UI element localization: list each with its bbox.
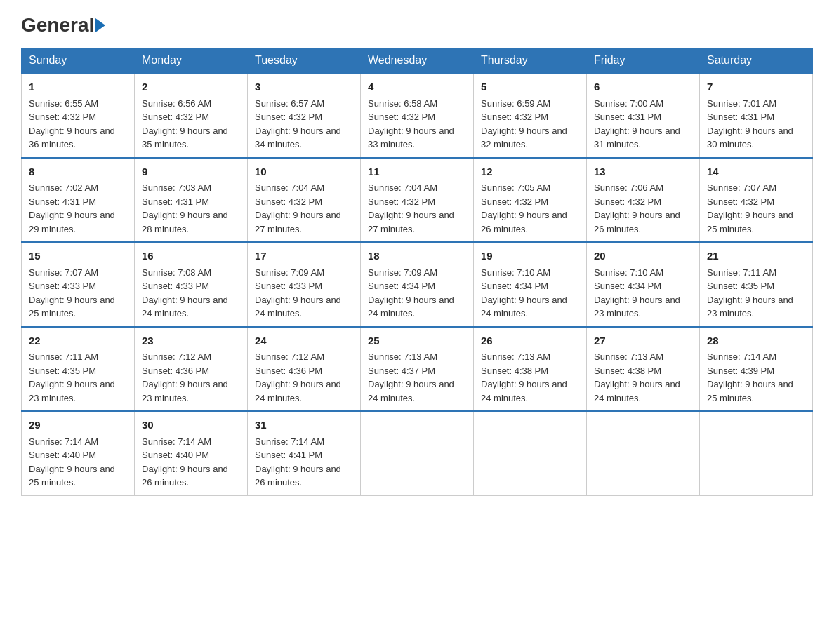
day-info: Sunrise: 6:57 AMSunset: 4:32 PMDaylight:… xyxy=(255,98,341,150)
day-number: 11 xyxy=(368,164,466,180)
day-number: 25 xyxy=(368,333,466,349)
calendar-header-sunday: Sunday xyxy=(22,48,135,74)
day-number: 10 xyxy=(255,164,353,180)
calendar-cell: 14 Sunrise: 7:07 AMSunset: 4:32 PMDaylig… xyxy=(700,158,813,243)
calendar-cell: 6 Sunrise: 7:00 AMSunset: 4:31 PMDayligh… xyxy=(587,73,700,158)
day-info: Sunrise: 6:58 AMSunset: 4:32 PMDaylight:… xyxy=(368,98,454,150)
day-info: Sunrise: 7:14 AMSunset: 4:39 PMDaylight:… xyxy=(707,351,793,403)
day-info: Sunrise: 7:04 AMSunset: 4:32 PMDaylight:… xyxy=(368,182,454,234)
day-number: 19 xyxy=(481,248,579,264)
day-number: 21 xyxy=(707,248,805,264)
calendar-cell: 20 Sunrise: 7:10 AMSunset: 4:34 PMDaylig… xyxy=(587,242,700,327)
day-info: Sunrise: 7:14 AMSunset: 4:41 PMDaylight:… xyxy=(255,436,341,488)
day-info: Sunrise: 6:59 AMSunset: 4:32 PMDaylight:… xyxy=(481,98,567,150)
day-info: Sunrise: 7:04 AMSunset: 4:32 PMDaylight:… xyxy=(255,182,341,234)
day-info: Sunrise: 7:09 AMSunset: 4:33 PMDaylight:… xyxy=(255,267,341,319)
day-info: Sunrise: 7:14 AMSunset: 4:40 PMDaylight:… xyxy=(29,436,115,488)
day-info: Sunrise: 7:05 AMSunset: 4:32 PMDaylight:… xyxy=(481,182,567,234)
calendar-cell xyxy=(361,411,474,495)
calendar-week-row: 29 Sunrise: 7:14 AMSunset: 4:40 PMDaylig… xyxy=(22,411,813,495)
calendar-cell: 17 Sunrise: 7:09 AMSunset: 4:33 PMDaylig… xyxy=(248,242,361,327)
calendar-cell: 9 Sunrise: 7:03 AMSunset: 4:31 PMDayligh… xyxy=(135,158,248,243)
day-number: 15 xyxy=(29,248,127,264)
day-info: Sunrise: 7:10 AMSunset: 4:34 PMDaylight:… xyxy=(481,267,567,319)
day-info: Sunrise: 7:07 AMSunset: 4:32 PMDaylight:… xyxy=(707,182,793,234)
calendar-week-row: 15 Sunrise: 7:07 AMSunset: 4:33 PMDaylig… xyxy=(22,242,813,327)
calendar-cell: 8 Sunrise: 7:02 AMSunset: 4:31 PMDayligh… xyxy=(22,158,135,243)
day-number: 9 xyxy=(142,164,240,180)
calendar-cell: 22 Sunrise: 7:11 AMSunset: 4:35 PMDaylig… xyxy=(22,327,135,412)
calendar-week-row: 22 Sunrise: 7:11 AMSunset: 4:35 PMDaylig… xyxy=(22,327,813,412)
day-number: 28 xyxy=(707,333,805,349)
calendar-cell: 29 Sunrise: 7:14 AMSunset: 4:40 PMDaylig… xyxy=(22,411,135,495)
calendar-cell: 13 Sunrise: 7:06 AMSunset: 4:32 PMDaylig… xyxy=(587,158,700,243)
day-info: Sunrise: 7:13 AMSunset: 4:38 PMDaylight:… xyxy=(594,351,680,403)
calendar-cell: 19 Sunrise: 7:10 AMSunset: 4:34 PMDaylig… xyxy=(474,242,587,327)
calendar-cell xyxy=(700,411,813,495)
day-number: 16 xyxy=(142,248,240,264)
calendar-header-wednesday: Wednesday xyxy=(361,48,474,74)
logo-text: General xyxy=(21,14,105,36)
day-number: 30 xyxy=(142,417,240,434)
day-info: Sunrise: 7:14 AMSunset: 4:40 PMDaylight:… xyxy=(142,436,228,488)
logo: General xyxy=(21,14,105,34)
calendar-header-saturday: Saturday xyxy=(700,48,813,74)
day-number: 5 xyxy=(481,79,579,95)
calendar-table: SundayMondayTuesdayWednesdayThursdayFrid… xyxy=(21,48,813,496)
calendar-cell: 10 Sunrise: 7:04 AMSunset: 4:32 PMDaylig… xyxy=(248,158,361,243)
calendar-cell: 23 Sunrise: 7:12 AMSunset: 4:36 PMDaylig… xyxy=(135,327,248,412)
calendar-cell: 30 Sunrise: 7:14 AMSunset: 4:40 PMDaylig… xyxy=(135,411,248,495)
calendar-cell xyxy=(474,411,587,495)
calendar-cell xyxy=(587,411,700,495)
calendar-cell: 21 Sunrise: 7:11 AMSunset: 4:35 PMDaylig… xyxy=(700,242,813,327)
day-number: 6 xyxy=(594,79,692,95)
day-info: Sunrise: 7:12 AMSunset: 4:36 PMDaylight:… xyxy=(255,351,341,403)
day-number: 23 xyxy=(142,333,240,349)
calendar-header-tuesday: Tuesday xyxy=(248,48,361,74)
day-info: Sunrise: 7:07 AMSunset: 4:33 PMDaylight:… xyxy=(29,267,115,319)
day-info: Sunrise: 7:01 AMSunset: 4:31 PMDaylight:… xyxy=(707,98,793,150)
day-number: 18 xyxy=(368,248,466,264)
day-info: Sunrise: 7:03 AMSunset: 4:31 PMDaylight:… xyxy=(142,182,228,234)
day-info: Sunrise: 7:09 AMSunset: 4:34 PMDaylight:… xyxy=(368,267,454,319)
day-info: Sunrise: 7:13 AMSunset: 4:37 PMDaylight:… xyxy=(368,351,454,403)
day-number: 4 xyxy=(368,79,466,95)
calendar-cell: 16 Sunrise: 7:08 AMSunset: 4:33 PMDaylig… xyxy=(135,242,248,327)
day-info: Sunrise: 7:02 AMSunset: 4:31 PMDaylight:… xyxy=(29,182,115,234)
calendar-header-monday: Monday xyxy=(135,48,248,74)
day-number: 14 xyxy=(707,164,805,180)
day-info: Sunrise: 7:06 AMSunset: 4:32 PMDaylight:… xyxy=(594,182,680,234)
day-number: 24 xyxy=(255,333,353,349)
day-number: 2 xyxy=(142,79,240,95)
calendar-header-thursday: Thursday xyxy=(474,48,587,74)
day-info: Sunrise: 7:08 AMSunset: 4:33 PMDaylight:… xyxy=(142,267,228,319)
day-number: 17 xyxy=(255,248,353,264)
calendar-cell: 7 Sunrise: 7:01 AMSunset: 4:31 PMDayligh… xyxy=(700,73,813,158)
day-number: 8 xyxy=(29,164,127,180)
calendar-cell: 24 Sunrise: 7:12 AMSunset: 4:36 PMDaylig… xyxy=(248,327,361,412)
day-number: 26 xyxy=(481,333,579,349)
day-number: 13 xyxy=(594,164,692,180)
day-number: 29 xyxy=(29,417,127,434)
calendar-cell: 31 Sunrise: 7:14 AMSunset: 4:41 PMDaylig… xyxy=(248,411,361,495)
calendar-cell: 11 Sunrise: 7:04 AMSunset: 4:32 PMDaylig… xyxy=(361,158,474,243)
calendar-cell: 28 Sunrise: 7:14 AMSunset: 4:39 PMDaylig… xyxy=(700,327,813,412)
day-info: Sunrise: 6:55 AMSunset: 4:32 PMDaylight:… xyxy=(29,98,115,150)
day-info: Sunrise: 7:11 AMSunset: 4:35 PMDaylight:… xyxy=(29,351,115,403)
page-header: General xyxy=(21,14,813,34)
calendar-week-row: 8 Sunrise: 7:02 AMSunset: 4:31 PMDayligh… xyxy=(22,158,813,243)
day-info: Sunrise: 7:10 AMSunset: 4:34 PMDaylight:… xyxy=(594,267,680,319)
calendar-header-row: SundayMondayTuesdayWednesdayThursdayFrid… xyxy=(22,48,813,74)
day-number: 22 xyxy=(29,333,127,349)
calendar-cell: 18 Sunrise: 7:09 AMSunset: 4:34 PMDaylig… xyxy=(361,242,474,327)
day-number: 31 xyxy=(255,417,353,434)
calendar-cell: 3 Sunrise: 6:57 AMSunset: 4:32 PMDayligh… xyxy=(248,73,361,158)
calendar-cell: 4 Sunrise: 6:58 AMSunset: 4:32 PMDayligh… xyxy=(361,73,474,158)
day-info: Sunrise: 7:12 AMSunset: 4:36 PMDaylight:… xyxy=(142,351,228,403)
calendar-cell: 12 Sunrise: 7:05 AMSunset: 4:32 PMDaylig… xyxy=(474,158,587,243)
day-info: Sunrise: 7:11 AMSunset: 4:35 PMDaylight:… xyxy=(707,267,793,319)
day-number: 1 xyxy=(29,79,127,95)
day-number: 27 xyxy=(594,333,692,349)
day-number: 12 xyxy=(481,164,579,180)
calendar-week-row: 1 Sunrise: 6:55 AMSunset: 4:32 PMDayligh… xyxy=(22,73,813,158)
